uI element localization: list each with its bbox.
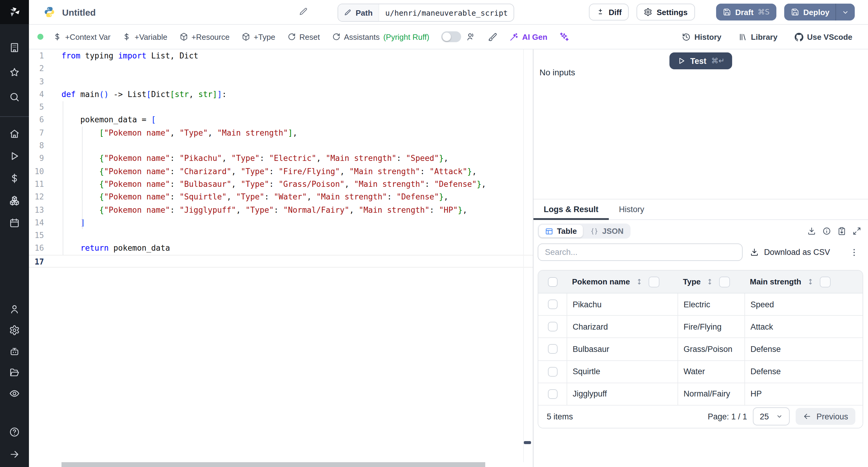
sidebar-dollar-button[interactable] [9, 173, 20, 184]
ai-gen-button[interactable]: AI Gen [509, 32, 547, 41]
table-menu-button[interactable] [849, 247, 859, 257]
download-icon[interactable] [807, 226, 816, 236]
line-number[interactable]: 2 [29, 62, 61, 75]
code-line-11[interactable]: 11 {"Pokemon name": "Bulbasaur", "Type":… [29, 178, 533, 191]
code-line-17[interactable]: 17 [29, 255, 533, 268]
deploy-button[interactable]: Deploy [784, 4, 855, 21]
table-row[interactable]: CharizardFire/FlyingAttack [538, 316, 863, 338]
line-number[interactable]: 10 [29, 165, 61, 178]
reset-button[interactable]: Reset [287, 32, 320, 41]
code-editor[interactable]: 1from typing import List, Dict234def mai… [29, 50, 533, 467]
column-filter-box[interactable] [820, 276, 831, 287]
code-line-13[interactable]: 13 {"Pokemon name": "Jigglypuff", "Type"… [29, 204, 533, 216]
line-number[interactable]: 8 [29, 139, 61, 152]
code-line-14[interactable]: 14 ] [29, 216, 533, 229]
line-number[interactable]: 7 [29, 127, 61, 139]
column-filter-box[interactable] [649, 276, 659, 287]
code-line-10[interactable]: 10 {"Pokemon name": "Charizard", "Type":… [29, 165, 533, 178]
horizontal-scrollbar[interactable] [61, 462, 485, 467]
windmill-logo[interactable] [0, 0, 29, 24]
code-line-9[interactable]: 9 {"Pokemon name": "Pikachu", "Type": "E… [29, 152, 533, 165]
line-number[interactable]: 13 [29, 204, 61, 216]
draft-button[interactable]: Draft ⌘S [716, 4, 776, 21]
column-filter-box[interactable] [719, 276, 730, 287]
sidebar-play-button[interactable] [9, 151, 20, 161]
code-line-15[interactable]: 15 [29, 229, 533, 242]
line-number[interactable]: 3 [29, 75, 61, 88]
select-all-checkbox[interactable] [548, 277, 557, 286]
panel-resize-handle[interactable] [524, 441, 531, 444]
add-type-button[interactable]: +Type [242, 32, 276, 41]
code-line-16[interactable]: 16 return pokemon_data [29, 242, 533, 255]
history-button[interactable]: History [682, 32, 721, 41]
sidebar-home-button[interactable] [9, 128, 20, 139]
deploy-dropdown[interactable] [835, 4, 855, 21]
line-number[interactable]: 15 [29, 229, 61, 242]
info-icon[interactable] [822, 226, 831, 236]
code-line-2[interactable]: 2 [29, 62, 533, 75]
clipboard-icon[interactable] [837, 226, 846, 236]
page-size-select[interactable]: 25 [753, 408, 790, 426]
code-line-8[interactable]: 8 [29, 139, 533, 152]
line-number[interactable]: 11 [29, 178, 61, 191]
add-variable-button[interactable]: +Variable [123, 32, 167, 41]
multiplayer-toggle[interactable] [441, 31, 461, 42]
add-resource-button[interactable]: +Resource [179, 32, 229, 41]
row-checkbox[interactable] [548, 344, 557, 354]
row-checkbox[interactable] [548, 389, 557, 399]
sort-icon[interactable] [807, 278, 814, 286]
line-number[interactable]: 5 [29, 101, 61, 114]
code-line-12[interactable]: 12 {"Pokemon name": "Squirtle", "Type": … [29, 191, 533, 204]
code-line-3[interactable]: 3 [29, 75, 533, 88]
line-number[interactable]: 6 [29, 114, 61, 127]
sort-icon[interactable] [706, 278, 714, 286]
tab-logs-result[interactable]: Logs & Result [533, 199, 609, 219]
table-row[interactable]: PikachuElectricSpeed [538, 293, 863, 316]
code-line-4[interactable]: 4def main() -> List[Dict[str, str]]: [29, 88, 533, 101]
row-checkbox[interactable] [548, 322, 557, 332]
sidebar-search-button[interactable] [9, 92, 20, 102]
path-value[interactable]: u/henri/maneuverable_script [379, 8, 514, 17]
sidebar-bot-button[interactable] [9, 346, 20, 357]
view-mode-table[interactable]: Table [539, 225, 583, 238]
table-row[interactable]: BulbasaurGrass/PoisonDefense [538, 338, 863, 361]
line-number[interactable]: 1 [29, 50, 61, 62]
sidebar-building-button[interactable] [9, 42, 20, 53]
table-row[interactable]: SquirtleWaterDefense [538, 361, 863, 383]
previous-page-button[interactable]: Previous [796, 408, 855, 425]
sidebar-folder-button[interactable] [9, 367, 20, 378]
line-number[interactable]: 9 [29, 152, 61, 165]
test-button[interactable]: Test ⌘↵ [669, 53, 733, 69]
line-number[interactable]: 16 [29, 242, 61, 255]
path-field[interactable]: Path u/henri/maneuverable_script [338, 4, 515, 22]
sidebar-help-button[interactable] [9, 427, 20, 437]
settings-button[interactable]: Settings [637, 4, 695, 21]
line-number[interactable]: 4 [29, 88, 61, 101]
row-checkbox[interactable] [548, 300, 557, 309]
assistants-button[interactable]: Assistants (Pyright Ruff) [332, 32, 429, 41]
expand-icon[interactable] [852, 226, 861, 236]
code-line-6[interactable]: 6 pokemon_data = [ [29, 114, 533, 127]
code-line-1[interactable]: 1from typing import List, Dict [29, 50, 533, 62]
code-line-7[interactable]: 7 ["Pokemon name", "Type", "Main strengt… [29, 127, 533, 139]
ai-sparkles-button[interactable] [559, 32, 569, 41]
diff-button[interactable]: Diff [589, 4, 629, 21]
edit-title-pencil-icon[interactable] [299, 7, 308, 16]
sidebar-gear-button[interactable] [9, 325, 20, 336]
download-csv-button[interactable]: Download as CSV [747, 247, 834, 257]
table-row[interactable]: JigglypuffNormal/FairyHP [538, 383, 863, 406]
sidebar-calendar-button[interactable] [9, 218, 20, 228]
search-input[interactable] [538, 244, 743, 261]
format-brush-button[interactable] [488, 32, 497, 41]
sidebar-eye-button[interactable] [9, 388, 20, 399]
add-context-var-button[interactable]: +Context Var [53, 32, 111, 41]
sidebar-star-button[interactable] [9, 67, 20, 78]
use-vscode-button[interactable]: Use VScode [795, 32, 852, 41]
library-button[interactable]: Library [738, 32, 778, 41]
code-line-5[interactable]: 5 [29, 101, 533, 114]
row-checkbox[interactable] [548, 367, 557, 376]
view-mode-json[interactable]: JSON [584, 225, 629, 238]
sidebar-arrow-right-button[interactable] [9, 449, 20, 460]
awareness-users-button[interactable] [466, 32, 475, 41]
line-number[interactable]: 14 [29, 216, 61, 229]
